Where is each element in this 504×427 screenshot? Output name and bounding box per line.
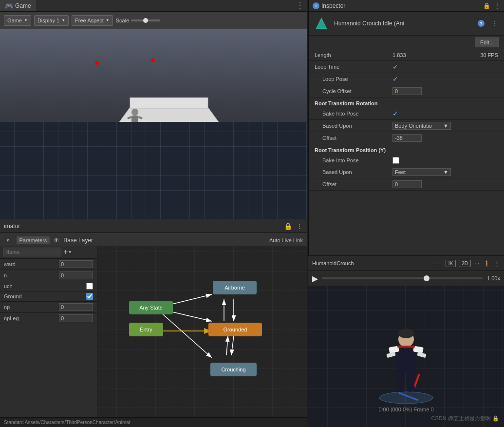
display-dropdown[interactable]: Display 1 ▼ [34,15,69,26]
game-dropdown-arrow: ▼ [24,18,28,22]
prop-rot-based: Based Upon Body Orientatio ▼ [309,120,504,132]
speed-label: 1.00x [487,275,500,281]
inspector-tab[interactable]: i Inspector [313,2,345,9]
preview-status: 0:00 (000.0%) Frame 0 [308,407,504,412]
game-tab-label: Game [15,2,31,9]
animator-lock-icon[interactable]: 🔒 [284,222,292,230]
param-search-bar: +▼ [0,246,97,259]
game-tab-bar: 🎮 Game ⋮ [0,0,307,12]
asset-info-icon[interactable]: ? [478,20,485,27]
scale-control: Scale [116,18,161,23]
param-np-label: np [4,304,10,310]
game-viewport [0,29,307,219]
svg-point-29 [398,329,414,338]
preview-character-svg [362,300,450,408]
param-npleg-label: npLeg [4,315,19,321]
asset-title: Humanoid Crouch Idle (Ani [334,20,473,27]
node-any-state[interactable]: Any State [129,301,173,314]
param-row-npleg: npLeg [0,313,97,324]
node-crouching[interactable]: Crouching [210,363,257,376]
game-tab[interactable]: 🎮 Game [0,0,36,11]
asset-dots[interactable]: ⋮ [491,20,497,27]
loop-time-check[interactable]: ✓ [392,63,398,71]
bottom-path-text: Standard Assets/Characters/ThirdPersonCh… [4,420,131,425]
ik-badge[interactable]: IK [446,260,456,267]
add-param-button[interactable]: +▼ [63,248,72,256]
timeline-bar[interactable] [322,277,483,279]
tab-menu-dots[interactable]: ⋮ [296,0,304,12]
prop-loop-pose-label: Loop Pose [315,76,392,82]
prop-rot-bake: Bake Into Pose ✓ [309,108,504,120]
edit-btn-row: Edit... [309,36,504,49]
svg-point-2 [131,109,138,116]
loop-pose-check[interactable]: ✓ [392,75,398,83]
prop-cycle-offset-label: Cycle Offset [315,88,392,94]
param-search-input[interactable] [3,248,61,256]
inspector-lock-icon[interactable]: 🔒 [483,2,490,9]
anim-dots-icon[interactable]: ⋮ [494,260,500,267]
svg-rect-32 [406,372,415,392]
param-row-ground: Ground [0,291,97,302]
base-layer-label: Base Layer [63,237,265,244]
prop-rot-bake-label: Bake Into Pose [315,111,392,116]
svg-marker-21 [317,19,326,28]
inspector-tab-label: Inspector [321,2,345,9]
param-ground-label: Ground [4,293,22,299]
param-row-np: np [0,302,97,313]
anim-rotate-icon[interactable]: ↔ [474,260,480,267]
param-row-uch: uch [0,281,97,291]
viewport-floor [0,122,307,219]
node-airborne[interactable]: Airborne [213,281,257,294]
pos-offset-input[interactable] [392,180,422,188]
param-ground-checkbox[interactable] [86,293,93,300]
prop-pos-bake: Bake Into Pose [309,155,504,166]
layers-tab-btn[interactable]: s [4,236,13,244]
param-npleg-input[interactable] [59,314,93,322]
eye-icon[interactable]: 👁 [54,237,59,244]
pos-based-arrow: ▼ [443,169,448,175]
rot-offset-input[interactable] [392,134,422,142]
prop-length: Length 1.833 30 FPS [309,49,504,61]
animator-tab-label: imator [4,223,20,230]
svg-point-22 [379,392,433,404]
pos-based-dropdown[interactable]: Feet ▼ [392,168,451,176]
animator-icons: 🔒 ⋮ [284,222,303,230]
param-panel: +▼ ward n uch Ground np npLeg [0,246,97,427]
param-ward-input[interactable] [59,260,93,268]
preview-3d: 0:00 (000.0%) Frame 0 CSDN @芝士就是力量啊 🔒 [308,286,504,427]
bottom-path-bar: Standard Assets/Characters/ThirdPersonCh… [0,417,307,427]
pos-bake-checkbox[interactable] [392,157,399,164]
prop-rot-offset: Offset [309,132,504,144]
twod-badge[interactable]: 2D [459,260,471,267]
display-dropdown-arrow: ▼ [61,18,65,22]
inspector-dots-icon[interactable]: ⋮ [494,2,500,9]
svg-rect-31 [396,372,405,392]
parameters-tab-btn[interactable]: Parameters [17,236,50,244]
play-button[interactable]: ▶ [312,274,318,283]
param-np-input[interactable] [59,303,93,311]
preview-watermark: CSDN @芝士就是力量啊 🔒 [431,415,499,422]
cycle-offset-input[interactable] [392,87,422,95]
param-row-ward: ward [0,259,97,270]
anim-preview-bar: HumanoidCrouch — IK 2D ↔ 🚶 ⋮ [308,255,504,271]
game-dropdown[interactable]: Game ▼ [4,15,31,26]
timeline-thumb[interactable] [424,275,429,281]
root-position-section: Root Transform Position (Y) [309,144,504,155]
node-grounded[interactable]: Grounded [208,323,262,336]
prop-cycle-offset: Cycle Offset [309,85,504,97]
edit-button[interactable]: Edit... [475,38,499,47]
svg-rect-5 [138,116,143,119]
rot-bake-check[interactable]: ✓ [392,110,398,117]
param-uch-checkbox[interactable] [86,283,93,290]
aspect-dropdown[interactable]: Free Aspect ▼ [72,15,113,26]
animator-dots-icon[interactable]: ⋮ [296,222,303,230]
scale-slider[interactable] [131,19,160,21]
playback-bar: ▶ 1.00x [308,271,504,286]
rot-based-dropdown[interactable]: Body Orientatio ▼ [392,122,451,130]
prop-pos-based-label: Based Upon [315,169,392,175]
param-n-input[interactable] [59,272,93,279]
anim-person-icon[interactable]: 🚶 [483,260,491,267]
node-entry[interactable]: Entry [129,323,163,336]
auto-live-link-label: Auto Live Link [269,237,303,243]
prop-pos-bake-label: Bake Into Pose [315,157,392,163]
